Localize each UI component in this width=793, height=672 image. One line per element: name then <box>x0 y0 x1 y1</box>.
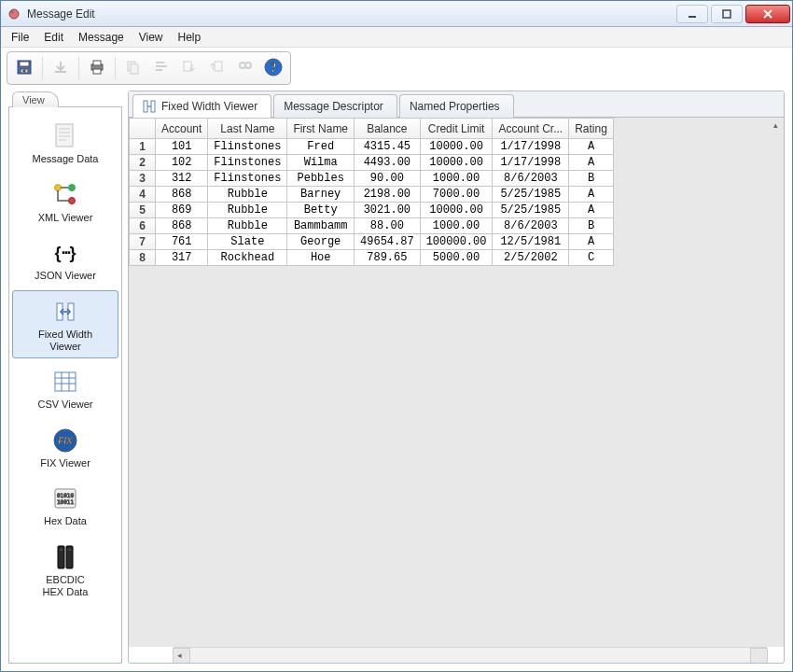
cell[interactable]: 90.00 <box>355 171 421 187</box>
cell[interactable]: 761 <box>156 234 208 250</box>
grid-scroll[interactable]: AccountLast NameFirst NameBalanceCredit … <box>129 118 784 647</box>
cell[interactable]: A <box>569 203 614 218</box>
row-header[interactable]: 6 <box>130 218 156 234</box>
download-button[interactable] <box>48 55 74 81</box>
cell[interactable]: 1000.00 <box>420 218 493 234</box>
cell[interactable]: Flinstones <box>208 155 287 171</box>
cell[interactable]: 102 <box>156 155 208 171</box>
cell[interactable]: 4315.45 <box>355 139 421 155</box>
cell[interactable]: 1000.00 <box>420 171 493 187</box>
cell[interactable]: 8/6/2003 <box>493 171 569 187</box>
table-row[interactable]: 1101FlinstonesFred4315.4510000.001/17/19… <box>130 139 614 155</box>
cell[interactable]: 5/25/1985 <box>493 203 569 218</box>
cell[interactable]: A <box>569 187 614 203</box>
column-header[interactable]: First Name <box>287 119 355 139</box>
cell[interactable]: Rubble <box>208 203 287 218</box>
cell[interactable]: B <box>569 218 614 234</box>
cell[interactable]: 317 <box>156 250 208 266</box>
export-button[interactable] <box>204 55 230 81</box>
row-header[interactable]: 4 <box>130 187 156 203</box>
cell[interactable]: 10000.00 <box>420 155 493 171</box>
column-header[interactable]: Account <box>156 119 208 139</box>
scroll-left-arrow[interactable]: ◂ <box>177 651 182 660</box>
cell[interactable]: A <box>569 139 614 155</box>
cell[interactable]: 8/6/2003 <box>493 218 569 234</box>
table-row[interactable]: 5869RubbleBetty3021.0010000.005/25/1985A <box>130 203 614 218</box>
cell[interactable]: Pebbles <box>287 171 355 187</box>
menu-message[interactable]: Message <box>72 29 131 46</box>
cell[interactable]: 868 <box>156 187 208 203</box>
cell[interactable]: 5000.00 <box>420 250 493 266</box>
tab-named-properties[interactable]: Named Properties <box>399 94 514 118</box>
sidebar-item-csv-viewer[interactable]: CSV Viewer <box>12 360 118 417</box>
cell[interactable]: 868 <box>156 218 208 234</box>
cell[interactable]: 49654.87 <box>355 234 421 250</box>
cell[interactable]: 2/5/2002 <box>493 250 569 266</box>
save-button[interactable] <box>11 55 37 81</box>
cell[interactable]: George <box>287 234 355 250</box>
cell[interactable]: 88.00 <box>355 218 421 234</box>
sidebar-item-json-viewer[interactable]: {···} JSON Viewer <box>12 231 118 288</box>
cell[interactable]: Flinstones <box>208 139 287 155</box>
row-header[interactable]: 2 <box>130 155 156 171</box>
tab-fixed-width-viewer[interactable]: Fixed Width Viewer <box>132 94 271 118</box>
find-button[interactable] <box>232 55 258 81</box>
cell[interactable]: Barney <box>287 187 355 203</box>
scroll-up-arrow[interactable]: ▴ <box>769 119 782 131</box>
align-button[interactable] <box>148 55 174 81</box>
table-row[interactable]: 4868RubbleBarney2198.007000.005/25/1985A <box>130 187 614 203</box>
table-row[interactable]: 7761SlateGeorge49654.87100000.0012/5/198… <box>130 234 614 250</box>
cell[interactable]: Flinstones <box>208 171 287 187</box>
cell[interactable]: 789.65 <box>355 250 421 266</box>
cell[interactable]: 2198.00 <box>355 187 421 203</box>
sidebar-item-message-data[interactable]: Message Data <box>12 115 118 172</box>
table-row[interactable]: 2102FlinstonesWilma4493.0010000.001/17/1… <box>130 155 614 171</box>
menu-file[interactable]: File <box>5 29 35 46</box>
cell[interactable]: Betty <box>287 203 355 218</box>
row-header[interactable]: 7 <box>130 234 156 250</box>
cell[interactable]: 869 <box>156 203 208 218</box>
sidebar-item-hex-data[interactable]: 0101010011 Hex Data <box>12 477 118 534</box>
data-grid[interactable]: AccountLast NameFirst NameBalanceCredit … <box>129 118 614 266</box>
column-header[interactable]: Rating <box>569 119 614 139</box>
cell[interactable]: A <box>569 234 614 250</box>
column-header[interactable]: Account Cr... <box>493 119 569 139</box>
cell[interactable]: 100000.00 <box>420 234 493 250</box>
row-header[interactable]: 1 <box>130 139 156 155</box>
copy-button[interactable] <box>120 55 146 81</box>
cell[interactable]: 3021.00 <box>355 203 421 218</box>
row-header[interactable]: 8 <box>130 250 156 266</box>
cell[interactable]: 101 <box>156 139 208 155</box>
cell[interactable]: 312 <box>156 171 208 187</box>
sidebar-item-fix-viewer[interactable]: FIX FIX Viewer <box>12 419 118 476</box>
cell[interactable]: A <box>569 155 614 171</box>
cell[interactable]: 10000.00 <box>420 139 493 155</box>
cell[interactable]: 7000.00 <box>420 187 493 203</box>
cell[interactable]: Slate <box>208 234 287 250</box>
column-header[interactable]: Credit Limit <box>420 119 493 139</box>
table-row[interactable]: 6868RubbleBammbamm88.001000.008/6/2003B <box>130 218 614 234</box>
horizontal-scrollbar[interactable]: ◂ ▸ <box>174 647 767 663</box>
import-button[interactable] <box>176 55 202 81</box>
cell[interactable]: Hoe <box>287 250 355 266</box>
cell[interactable]: Rubble <box>208 218 287 234</box>
cell[interactable]: 10000.00 <box>420 203 493 218</box>
menu-view[interactable]: View <box>132 29 170 46</box>
cell[interactable]: 1/17/1998 <box>493 155 569 171</box>
cell[interactable]: C <box>569 250 614 266</box>
sidebar-tab[interactable]: View <box>12 91 59 107</box>
print-button[interactable] <box>84 55 110 81</box>
menu-edit[interactable]: Edit <box>37 29 70 46</box>
cell[interactable]: 5/25/1985 <box>493 187 569 203</box>
cell[interactable]: Bammbamm <box>287 218 355 234</box>
close-button[interactable] <box>745 5 790 23</box>
cell[interactable]: Rockhead <box>208 250 287 266</box>
maximize-button[interactable] <box>711 5 743 23</box>
table-row[interactable]: 8317RockheadHoe789.655000.002/5/2002C <box>130 250 614 266</box>
cell[interactable]: 4493.00 <box>355 155 421 171</box>
menu-help[interactable]: Help <box>172 29 208 46</box>
sidebar-item-fixed-width-viewer[interactable]: Fixed Width Viewer <box>12 290 118 358</box>
sidebar-item-ebcdic-hex-data[interactable]: EBCDIC HEX Data <box>12 536 118 604</box>
column-header[interactable]: Last Name <box>208 119 287 139</box>
row-header[interactable]: 5 <box>130 203 156 218</box>
